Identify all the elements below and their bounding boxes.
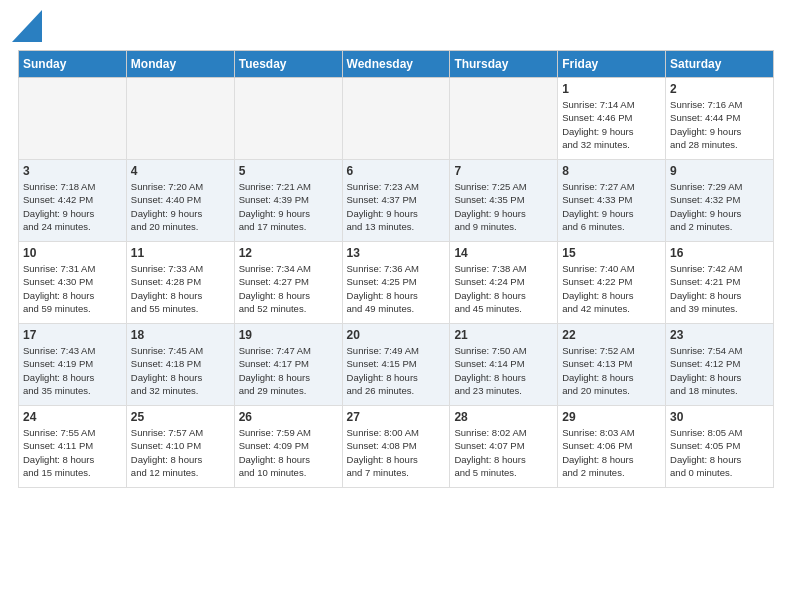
day-number: 28: [454, 410, 553, 424]
calendar-cell: 14Sunrise: 7:38 AM Sunset: 4:24 PM Dayli…: [450, 242, 558, 324]
day-info: Sunrise: 7:43 AM Sunset: 4:19 PM Dayligh…: [23, 344, 122, 397]
calendar-cell: 24Sunrise: 7:55 AM Sunset: 4:11 PM Dayli…: [19, 406, 127, 488]
day-info: Sunrise: 7:27 AM Sunset: 4:33 PM Dayligh…: [562, 180, 661, 233]
calendar-cell: 28Sunrise: 8:02 AM Sunset: 4:07 PM Dayli…: [450, 406, 558, 488]
calendar-cell: 19Sunrise: 7:47 AM Sunset: 4:17 PM Dayli…: [234, 324, 342, 406]
calendar-cell: [234, 78, 342, 160]
calendar-cell: 17Sunrise: 7:43 AM Sunset: 4:19 PM Dayli…: [19, 324, 127, 406]
day-info: Sunrise: 7:38 AM Sunset: 4:24 PM Dayligh…: [454, 262, 553, 315]
day-number: 18: [131, 328, 230, 342]
day-number: 15: [562, 246, 661, 260]
day-of-week-header: Thursday: [450, 51, 558, 78]
day-number: 26: [239, 410, 338, 424]
day-info: Sunrise: 7:21 AM Sunset: 4:39 PM Dayligh…: [239, 180, 338, 233]
day-number: 6: [347, 164, 446, 178]
calendar-cell: [342, 78, 450, 160]
day-of-week-header: Monday: [126, 51, 234, 78]
day-info: Sunrise: 7:50 AM Sunset: 4:14 PM Dayligh…: [454, 344, 553, 397]
calendar-cell: 18Sunrise: 7:45 AM Sunset: 4:18 PM Dayli…: [126, 324, 234, 406]
logo: [10, 10, 42, 42]
calendar-cell: 13Sunrise: 7:36 AM Sunset: 4:25 PM Dayli…: [342, 242, 450, 324]
day-number: 9: [670, 164, 769, 178]
calendar-cell: [126, 78, 234, 160]
day-number: 7: [454, 164, 553, 178]
calendar-cell: 6Sunrise: 7:23 AM Sunset: 4:37 PM Daylig…: [342, 160, 450, 242]
day-number: 30: [670, 410, 769, 424]
calendar-cell: 1Sunrise: 7:14 AM Sunset: 4:46 PM Daylig…: [558, 78, 666, 160]
day-number: 27: [347, 410, 446, 424]
day-info: Sunrise: 7:52 AM Sunset: 4:13 PM Dayligh…: [562, 344, 661, 397]
calendar-cell: 16Sunrise: 7:42 AM Sunset: 4:21 PM Dayli…: [666, 242, 774, 324]
day-of-week-header: Sunday: [19, 51, 127, 78]
day-info: Sunrise: 7:23 AM Sunset: 4:37 PM Dayligh…: [347, 180, 446, 233]
calendar-cell: 8Sunrise: 7:27 AM Sunset: 4:33 PM Daylig…: [558, 160, 666, 242]
calendar-cell: 7Sunrise: 7:25 AM Sunset: 4:35 PM Daylig…: [450, 160, 558, 242]
day-number: 14: [454, 246, 553, 260]
day-info: Sunrise: 8:00 AM Sunset: 4:08 PM Dayligh…: [347, 426, 446, 479]
logo-icon: [12, 10, 42, 42]
day-info: Sunrise: 7:18 AM Sunset: 4:42 PM Dayligh…: [23, 180, 122, 233]
calendar-cell: 22Sunrise: 7:52 AM Sunset: 4:13 PM Dayli…: [558, 324, 666, 406]
day-info: Sunrise: 7:55 AM Sunset: 4:11 PM Dayligh…: [23, 426, 122, 479]
svg-marker-0: [12, 10, 42, 42]
day-number: 17: [23, 328, 122, 342]
day-of-week-header: Tuesday: [234, 51, 342, 78]
calendar-cell: 15Sunrise: 7:40 AM Sunset: 4:22 PM Dayli…: [558, 242, 666, 324]
day-number: 19: [239, 328, 338, 342]
day-info: Sunrise: 7:42 AM Sunset: 4:21 PM Dayligh…: [670, 262, 769, 315]
calendar-cell: 30Sunrise: 8:05 AM Sunset: 4:05 PM Dayli…: [666, 406, 774, 488]
day-info: Sunrise: 8:02 AM Sunset: 4:07 PM Dayligh…: [454, 426, 553, 479]
day-info: Sunrise: 7:25 AM Sunset: 4:35 PM Dayligh…: [454, 180, 553, 233]
day-number: 11: [131, 246, 230, 260]
day-number: 3: [23, 164, 122, 178]
calendar-cell: [19, 78, 127, 160]
calendar-cell: 3Sunrise: 7:18 AM Sunset: 4:42 PM Daylig…: [19, 160, 127, 242]
calendar-cell: 12Sunrise: 7:34 AM Sunset: 4:27 PM Dayli…: [234, 242, 342, 324]
day-info: Sunrise: 7:45 AM Sunset: 4:18 PM Dayligh…: [131, 344, 230, 397]
calendar-cell: 27Sunrise: 8:00 AM Sunset: 4:08 PM Dayli…: [342, 406, 450, 488]
day-of-week-header: Saturday: [666, 51, 774, 78]
day-number: 16: [670, 246, 769, 260]
calendar-cell: 26Sunrise: 7:59 AM Sunset: 4:09 PM Dayli…: [234, 406, 342, 488]
day-info: Sunrise: 7:33 AM Sunset: 4:28 PM Dayligh…: [131, 262, 230, 315]
calendar-cell: 23Sunrise: 7:54 AM Sunset: 4:12 PM Dayli…: [666, 324, 774, 406]
day-info: Sunrise: 7:36 AM Sunset: 4:25 PM Dayligh…: [347, 262, 446, 315]
day-info: Sunrise: 7:14 AM Sunset: 4:46 PM Dayligh…: [562, 98, 661, 151]
day-of-week-header: Friday: [558, 51, 666, 78]
day-number: 22: [562, 328, 661, 342]
calendar-cell: 5Sunrise: 7:21 AM Sunset: 4:39 PM Daylig…: [234, 160, 342, 242]
calendar-cell: 25Sunrise: 7:57 AM Sunset: 4:10 PM Dayli…: [126, 406, 234, 488]
calendar-cell: 10Sunrise: 7:31 AM Sunset: 4:30 PM Dayli…: [19, 242, 127, 324]
day-number: 23: [670, 328, 769, 342]
day-info: Sunrise: 7:40 AM Sunset: 4:22 PM Dayligh…: [562, 262, 661, 315]
day-info: Sunrise: 7:29 AM Sunset: 4:32 PM Dayligh…: [670, 180, 769, 233]
day-info: Sunrise: 7:54 AM Sunset: 4:12 PM Dayligh…: [670, 344, 769, 397]
day-number: 13: [347, 246, 446, 260]
day-info: Sunrise: 7:16 AM Sunset: 4:44 PM Dayligh…: [670, 98, 769, 151]
day-number: 1: [562, 82, 661, 96]
calendar-table: SundayMondayTuesdayWednesdayThursdayFrid…: [18, 50, 774, 488]
day-info: Sunrise: 7:31 AM Sunset: 4:30 PM Dayligh…: [23, 262, 122, 315]
day-number: 21: [454, 328, 553, 342]
day-number: 8: [562, 164, 661, 178]
day-number: 29: [562, 410, 661, 424]
day-info: Sunrise: 8:05 AM Sunset: 4:05 PM Dayligh…: [670, 426, 769, 479]
day-number: 4: [131, 164, 230, 178]
calendar-cell: 9Sunrise: 7:29 AM Sunset: 4:32 PM Daylig…: [666, 160, 774, 242]
day-info: Sunrise: 7:57 AM Sunset: 4:10 PM Dayligh…: [131, 426, 230, 479]
day-number: 20: [347, 328, 446, 342]
calendar-cell: 11Sunrise: 7:33 AM Sunset: 4:28 PM Dayli…: [126, 242, 234, 324]
day-info: Sunrise: 7:47 AM Sunset: 4:17 PM Dayligh…: [239, 344, 338, 397]
day-number: 24: [23, 410, 122, 424]
day-number: 5: [239, 164, 338, 178]
day-number: 10: [23, 246, 122, 260]
calendar-cell: 4Sunrise: 7:20 AM Sunset: 4:40 PM Daylig…: [126, 160, 234, 242]
calendar-cell: 20Sunrise: 7:49 AM Sunset: 4:15 PM Dayli…: [342, 324, 450, 406]
calendar-cell: 21Sunrise: 7:50 AM Sunset: 4:14 PM Dayli…: [450, 324, 558, 406]
day-info: Sunrise: 7:34 AM Sunset: 4:27 PM Dayligh…: [239, 262, 338, 315]
day-info: Sunrise: 7:59 AM Sunset: 4:09 PM Dayligh…: [239, 426, 338, 479]
day-info: Sunrise: 7:20 AM Sunset: 4:40 PM Dayligh…: [131, 180, 230, 233]
day-info: Sunrise: 8:03 AM Sunset: 4:06 PM Dayligh…: [562, 426, 661, 479]
day-number: 25: [131, 410, 230, 424]
day-info: Sunrise: 7:49 AM Sunset: 4:15 PM Dayligh…: [347, 344, 446, 397]
